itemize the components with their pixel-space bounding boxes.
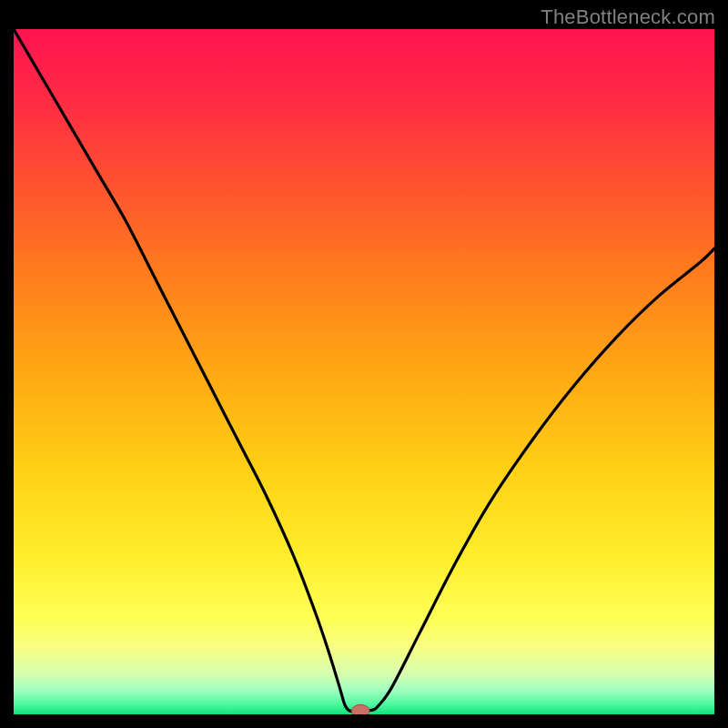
watermark-label: TheBottleneck.com bbox=[541, 5, 715, 29]
plot-area bbox=[14, 29, 714, 714]
chart-frame: TheBottleneck.com bbox=[0, 0, 728, 728]
optimal-marker bbox=[351, 704, 369, 714]
gradient-background bbox=[14, 29, 714, 714]
bottleneck-chart bbox=[14, 29, 714, 714]
